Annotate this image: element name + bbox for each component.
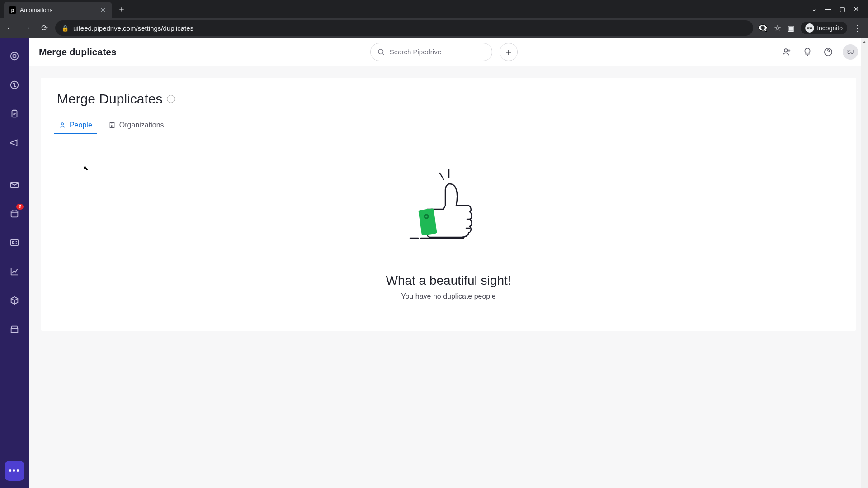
tracking-off-icon[interactable]: 👁‍🗨 [758, 23, 768, 33]
maximize-icon[interactable]: ▢ [840, 5, 845, 13]
browser-menu-icon[interactable]: ⋮ [854, 23, 862, 33]
minimize-icon[interactable]: — [825, 5, 831, 13]
tab-title: Automations [20, 7, 95, 14]
window-controls: ⌄ — ▢ ✕ [811, 5, 864, 13]
close-tab-icon[interactable]: ✕ [99, 6, 107, 14]
browser-tab-bar: p Automations ✕ ＋ ⌄ — ▢ ✕ [0, 0, 868, 18]
forward-button[interactable]: → [21, 22, 33, 34]
tab-favicon: p [9, 6, 16, 14]
incognito-label: Incognito [817, 24, 843, 32]
extensions-icon[interactable]: ▣ [788, 24, 794, 33]
lock-icon: 🔒 [61, 25, 69, 32]
reload-button[interactable]: ⟳ [38, 22, 51, 34]
browser-tab[interactable]: p Automations ✕ [4, 2, 112, 18]
url-text: uifeed.pipedrive.com/settings/duplicates [73, 24, 747, 32]
incognito-icon [805, 23, 814, 33]
close-window-icon[interactable]: ✕ [854, 5, 859, 13]
incognito-badge: Incognito [801, 22, 847, 34]
tab-search-icon[interactable]: ⌄ [811, 5, 817, 13]
new-tab-button[interactable]: ＋ [114, 2, 129, 16]
back-button[interactable]: ← [4, 22, 16, 34]
address-bar[interactable]: 🔒 uifeed.pipedrive.com/settings/duplicat… [55, 20, 753, 36]
browser-nav-bar: ← → ⟳ 🔒 uifeed.pipedrive.com/settings/du… [0, 18, 868, 38]
bookmark-star-icon[interactable]: ☆ [774, 23, 781, 33]
